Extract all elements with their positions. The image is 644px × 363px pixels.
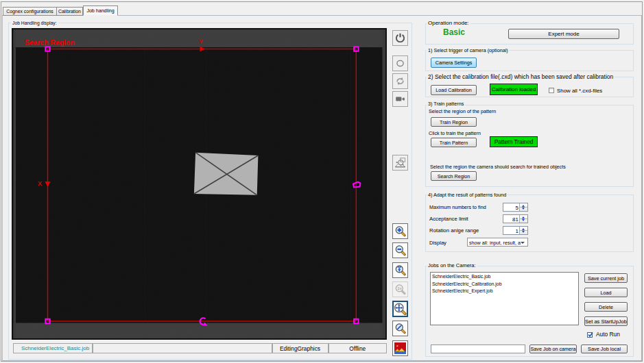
svg-text:Search Region: Search Region — [25, 39, 75, 47]
svg-text:Y: Y — [199, 38, 203, 45]
svg-text:1x: 1x — [397, 286, 401, 290]
svg-text:X: X — [38, 180, 42, 187]
